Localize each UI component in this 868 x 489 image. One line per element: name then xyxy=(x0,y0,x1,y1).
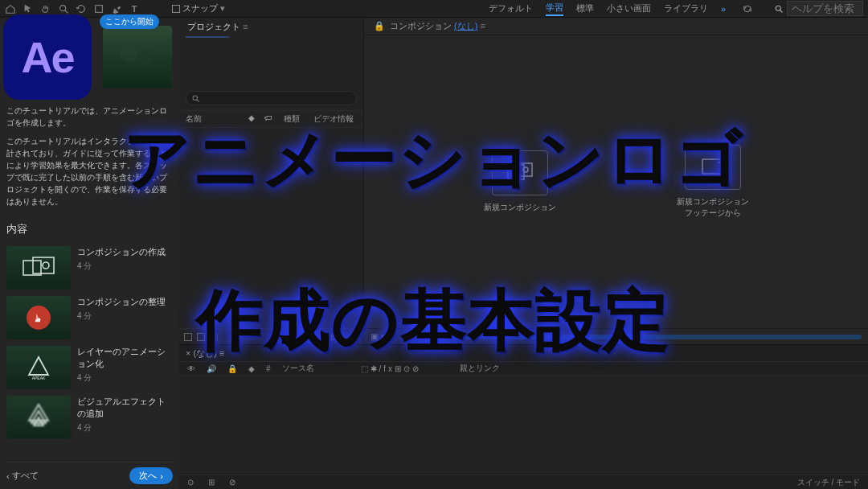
bpc-icon[interactable]: 8 bpc xyxy=(323,332,345,342)
help-search xyxy=(774,1,863,16)
workspace-more-icon[interactable]: » xyxy=(721,4,726,14)
project-body[interactable] xyxy=(179,128,363,328)
col-type[interactable]: 種類 xyxy=(284,113,313,125)
lock-icon[interactable]: 🔒 xyxy=(374,21,385,31)
workspace-switcher: デフォルト 学習 標準 小さい画面 ライブラリ » xyxy=(489,1,863,16)
svg-rect-8 xyxy=(508,165,524,179)
col-parent[interactable]: 親とリンク xyxy=(460,363,500,374)
step-title: コンポジションの作成 xyxy=(77,246,166,258)
project-footer: ▥ 8 bpc 🗑 xyxy=(179,328,363,344)
timeline-tabs: × (なし) ≡ xyxy=(179,345,868,361)
composition-tab[interactable]: コンポジション (なし) ≡ xyxy=(390,20,485,32)
home-icon[interactable] xyxy=(5,3,16,14)
bin-icon[interactable] xyxy=(184,333,192,341)
new-composition-from-footage-label: 新規コンポジションフッテージから xyxy=(677,196,749,219)
svg-point-7 xyxy=(193,96,198,101)
app-logo-text: Ae xyxy=(21,32,73,82)
composition-view-toolbar: ▣ ▾ xyxy=(364,328,868,344)
shy-icon[interactable]: ⊙ xyxy=(187,478,194,487)
svg-point-2 xyxy=(776,6,780,10)
timeline-columns: 👁 🔊 🔒 ◆ # ソース名 ⬚✱/fx⊞⊙⊘ 親とリンク xyxy=(179,361,868,376)
workspace-default[interactable]: デフォルト xyxy=(489,2,533,14)
search-icon xyxy=(774,4,784,14)
project-columns: 名前 ◆ 🏷 種類 ビデオ情報 xyxy=(179,110,363,128)
new-composition-from-footage-button[interactable]: 新規コンポジションフッテージから xyxy=(653,145,773,219)
upper-panels: プロジェクト ≡ 名前 ◆ 🏷 種類 ビデオ情報 ▥ xyxy=(179,18,868,344)
svg-rect-4 xyxy=(33,257,54,273)
app-logo: Ae xyxy=(3,14,92,100)
svg-point-0 xyxy=(60,5,66,10)
col-video[interactable]: ビデオ情報 xyxy=(313,113,357,125)
col-source[interactable]: ソース名 xyxy=(282,363,314,374)
col-audio-icon[interactable]: 🔊 xyxy=(207,364,216,373)
step-title: ビジュアルエフェクトの追加 xyxy=(77,396,173,420)
composition-body: 新規コンポジション 新規コンポジションフッテージから xyxy=(364,35,868,328)
svg-text:APEAK: APEAK xyxy=(32,376,46,380)
svg-rect-1 xyxy=(96,5,103,12)
col-switches-group[interactable]: ⬚✱/fx⊞⊙⊘ xyxy=(361,364,422,373)
project-tab[interactable]: プロジェクト ≡ xyxy=(179,18,363,38)
sync-icon[interactable] xyxy=(742,3,753,14)
tutorial-contents-heading: 内容 xyxy=(6,222,173,236)
step-duration: 4 分 xyxy=(77,310,166,322)
svg-rect-11 xyxy=(702,159,723,174)
timeline-panel: × (なし) ≡ 👁 🔊 🔒 ◆ # ソース名 ⬚✱/fx⊞⊙⊘ 親とリンク ⊙… xyxy=(179,344,868,489)
workspace-small[interactable]: 小さい画面 xyxy=(607,2,651,14)
help-search-input[interactable] xyxy=(787,1,863,16)
tutorial-step-4[interactable]: ビジュアルエフェクトの追加 4 分 xyxy=(6,396,173,439)
trash-icon[interactable]: 🗑 xyxy=(350,332,358,342)
all-tutorials-link[interactable]: ‹すべて xyxy=(6,470,39,482)
workspace-library[interactable]: ライブラリ xyxy=(664,2,708,14)
new-composition-button[interactable]: 新規コンポジション xyxy=(460,150,580,213)
tool-row: T xyxy=(5,3,140,14)
time-scrubber[interactable] xyxy=(418,335,862,339)
rotate-tool-icon[interactable] xyxy=(76,3,87,14)
step-title: レイヤーのアニメーション化 xyxy=(77,346,173,370)
snap-label: スナップ xyxy=(182,2,218,14)
folder-icon[interactable]: ▥ xyxy=(210,331,218,342)
svg-point-5 xyxy=(43,262,49,269)
view-menu-icon[interactable]: ▣ ▾ xyxy=(371,331,386,342)
col-name[interactable]: 名前 xyxy=(186,113,248,125)
col-label-icon[interactable]: ◆ xyxy=(248,113,264,125)
hand-tool-icon[interactable] xyxy=(40,3,51,14)
step-duration: 4 分 xyxy=(77,261,166,272)
timeline-tab[interactable]: × (なし) ≡ xyxy=(186,347,224,360)
workspace-standard[interactable]: 標準 xyxy=(576,2,594,14)
project-panel: プロジェクト ≡ 名前 ◆ 🏷 種類 ビデオ情報 ▥ xyxy=(179,18,364,344)
step-thumb-icon xyxy=(6,296,71,339)
search-icon xyxy=(191,94,200,103)
composition-header: 🔒 コンポジション (なし) ≡ xyxy=(364,18,868,35)
tutorial-step-3[interactable]: APEAK レイヤーのアニメーション化 4 分 xyxy=(6,346,173,389)
selection-tool-icon[interactable] xyxy=(23,3,34,14)
tutorial-step-1[interactable]: コンポジションの作成 4 分 xyxy=(6,246,173,290)
switches-modes-toggle[interactable]: スイッチ / モード xyxy=(797,477,860,488)
project-search[interactable] xyxy=(186,91,357,105)
zoom-tool-icon[interactable] xyxy=(58,3,69,14)
pen-tool-icon[interactable] xyxy=(111,3,122,14)
tutorial-panel: Ae このチュートリアルでは、アニメーションロゴを作成します。 このチュートリア… xyxy=(0,18,179,489)
motion-blur-icon[interactable]: ⊘ xyxy=(229,478,235,487)
next-button[interactable]: 次へ› xyxy=(129,467,173,484)
step-duration: 4 分 xyxy=(77,372,173,384)
snap-toggle[interactable]: スナップ ▾ xyxy=(172,2,225,14)
shape-tool-icon[interactable] xyxy=(93,3,104,14)
text-tool-icon[interactable]: T xyxy=(129,3,140,14)
new-comp-icon[interactable] xyxy=(197,333,205,341)
col-eye-icon[interactable]: 👁 xyxy=(187,364,195,373)
tutorial-intro-1: このチュートリアルでは、アニメーションロゴを作成します。 xyxy=(6,105,173,129)
col-number[interactable]: # xyxy=(266,364,271,373)
col-lock-icon[interactable]: 🔒 xyxy=(227,364,237,373)
step-thumb-icon: APEAK xyxy=(6,346,71,389)
col-tag-icon[interactable]: 🏷 xyxy=(264,113,284,125)
tutorial-footer: ‹すべて 次へ› xyxy=(6,462,173,486)
composition-panel: 🔒 コンポジション (なし) ≡ 新規コンポジション 新規コンポジションフ xyxy=(364,18,868,344)
new-composition-label: 新規コンポジション xyxy=(484,202,556,213)
step-title: コンポジションの整理 xyxy=(77,296,166,308)
start-here-badge: ここから開始 xyxy=(100,14,159,29)
timeline-body[interactable] xyxy=(179,376,868,475)
workspace-learn[interactable]: 学習 xyxy=(546,2,563,16)
col-label-icon[interactable]: ◆ xyxy=(248,364,255,373)
tutorial-step-2[interactable]: コンポジションの整理 4 分 xyxy=(6,296,173,339)
frame-blend-icon[interactable]: ⊞ xyxy=(208,478,215,487)
